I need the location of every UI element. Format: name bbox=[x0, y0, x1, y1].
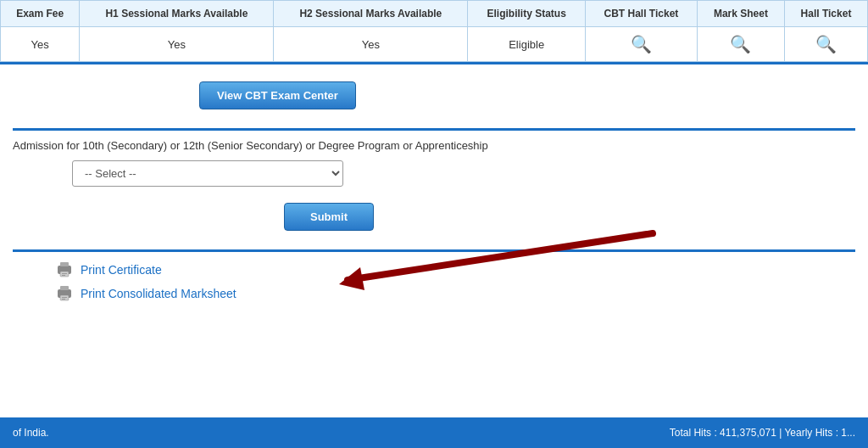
printer-icon bbox=[55, 260, 74, 279]
mark-search-icon[interactable]: 🔍 bbox=[730, 35, 751, 53]
cell-hall-icon[interactable]: 🔍 bbox=[784, 27, 867, 62]
svg-rect-4 bbox=[62, 275, 65, 276]
svg-rect-8 bbox=[62, 297, 67, 298]
admission-text: Admission for 10th (Secondary) or 12th (… bbox=[13, 139, 855, 152]
col-h2-marks: H2 Sessional Marks Available bbox=[274, 1, 468, 27]
col-cbt-ticket: CBT Hall Ticket bbox=[585, 1, 697, 27]
footer-right: Total Hits : 411,375,071 | Yearly Hits :… bbox=[670, 427, 855, 439]
svg-rect-6 bbox=[60, 286, 69, 290]
main-table: Exam Fee H1 Sessional Marks Available H2… bbox=[0, 0, 868, 62]
submit-button[interactable]: Submit bbox=[284, 203, 374, 231]
footer: of India. Total Hits : 411,375,071 | Yea… bbox=[0, 417, 868, 448]
cell-h2-marks: Yes bbox=[274, 27, 468, 62]
footer-left: of India. bbox=[13, 427, 49, 439]
col-hall-ticket: Hall Ticket bbox=[784, 1, 867, 27]
program-select[interactable]: -- Select -- 10th (Secondary) 12th (Seni… bbox=[72, 160, 343, 187]
svg-rect-9 bbox=[62, 299, 65, 300]
cell-h1-marks: Yes bbox=[80, 27, 274, 62]
select-wrapper: -- Select -- 10th (Secondary) 12th (Seni… bbox=[72, 160, 343, 187]
blue-divider-3 bbox=[13, 249, 855, 252]
table-row: Yes Yes Yes Eligible 🔍 🔍 🔍 bbox=[1, 27, 868, 62]
col-mark-sheet: Mark Sheet bbox=[697, 1, 784, 27]
col-h1-marks: H1 Sessional Marks Available bbox=[80, 1, 274, 27]
svg-rect-3 bbox=[62, 273, 67, 274]
print-marksheet-label: Print Consolidated Marksheet bbox=[81, 287, 236, 300]
content-area: View CBT Exam Center Admission for 10th … bbox=[0, 64, 868, 316]
cell-mark-icon[interactable]: 🔍 bbox=[697, 27, 784, 62]
print-marksheet-link[interactable]: Print Consolidated Marksheet bbox=[55, 284, 855, 303]
cbt-search-icon[interactable]: 🔍 bbox=[631, 35, 652, 53]
select-row: -- Select -- 10th (Secondary) 12th (Seni… bbox=[13, 160, 855, 195]
hall-search-icon[interactable]: 🔍 bbox=[815, 35, 837, 53]
print-certificate-link[interactable]: Print Certificate bbox=[55, 260, 855, 279]
cell-exam-fee: Yes bbox=[1, 27, 80, 62]
svg-rect-1 bbox=[60, 262, 69, 266]
col-eligibility: Eligibility Status bbox=[468, 1, 586, 27]
print-certificate-label: Print Certificate bbox=[81, 263, 162, 277]
view-cbt-button[interactable]: View CBT Exam Center bbox=[199, 81, 356, 109]
blue-divider-2 bbox=[13, 128, 855, 131]
col-exam-fee: Exam Fee bbox=[1, 1, 80, 27]
cell-cbt-icon[interactable]: 🔍 bbox=[585, 27, 697, 62]
printer-icon-2 bbox=[55, 284, 74, 303]
cell-eligibility: Eligible bbox=[468, 27, 586, 62]
